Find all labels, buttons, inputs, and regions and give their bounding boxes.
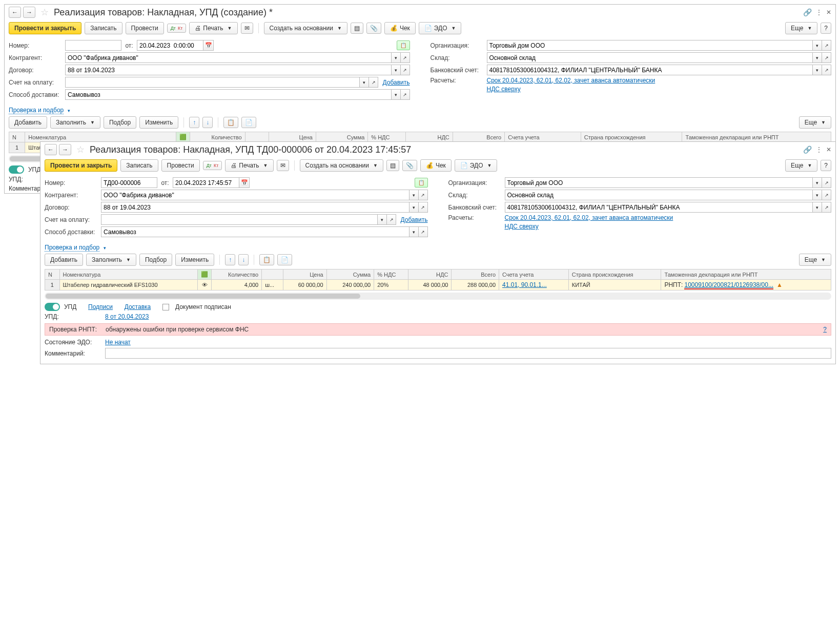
files-button[interactable]: ▤ bbox=[351, 23, 363, 34]
create-based-button[interactable]: Создать на основании▼ bbox=[300, 159, 383, 172]
counterparty-input[interactable] bbox=[101, 190, 409, 200]
table-row[interactable]: 1 Штабелер гидравлический EFS1030 👁 4,00… bbox=[45, 280, 831, 290]
select-button[interactable]: Подбор bbox=[139, 254, 172, 266]
comment-input[interactable] bbox=[105, 348, 831, 359]
warehouse-input[interactable] bbox=[505, 190, 813, 200]
move-up-button[interactable]: ↑ bbox=[189, 117, 199, 128]
dropdown-icon[interactable]: ▾ bbox=[360, 77, 369, 88]
change-button[interactable]: Изменить bbox=[139, 116, 178, 129]
post-close-button[interactable]: Провести и закрыть bbox=[45, 159, 117, 172]
number-input[interactable] bbox=[101, 177, 157, 188]
dropdown-icon[interactable]: ▾ bbox=[813, 65, 822, 75]
forward-button[interactable]: → bbox=[59, 144, 71, 155]
help-button[interactable]: ? bbox=[821, 160, 831, 171]
vat-link[interactable]: НДС сверху bbox=[487, 86, 521, 93]
settlements-link[interactable]: Срок 20.04.2023, 62.01, 62.02, зачет ава… bbox=[505, 214, 673, 221]
open-icon[interactable]: ↗ bbox=[822, 52, 831, 63]
edo-button[interactable]: 📄 ЭДО▼ bbox=[419, 22, 462, 34]
more-button[interactable]: Еще▼ bbox=[785, 22, 817, 34]
copy-button[interactable]: 📋 bbox=[259, 254, 274, 265]
edo-button[interactable]: 📄 ЭДО▼ bbox=[455, 159, 498, 172]
open-icon[interactable]: ↗ bbox=[401, 89, 410, 100]
check-selection-link[interactable]: Проверка и подбор bbox=[9, 107, 64, 114]
dropdown-icon[interactable]: ▾ bbox=[813, 40, 822, 51]
create-based-button[interactable]: Создать на основании▼ bbox=[264, 22, 347, 34]
org-input[interactable] bbox=[505, 177, 813, 188]
warehouse-input[interactable] bbox=[487, 52, 813, 63]
link-icon[interactable]: 🔗 bbox=[803, 8, 812, 16]
calendar-icon[interactable]: 📅 bbox=[239, 177, 250, 188]
paste-button[interactable]: 📄 bbox=[277, 254, 292, 265]
vat-link[interactable]: НДС сверху bbox=[505, 223, 539, 230]
help-button[interactable]: ? bbox=[821, 23, 831, 34]
files-button[interactable]: ▤ bbox=[386, 160, 399, 171]
open-icon[interactable]: ↗ bbox=[369, 77, 378, 88]
check-selection-link[interactable]: Проверка и подбор bbox=[45, 244, 99, 252]
delivery-link[interactable]: Доставка bbox=[125, 303, 151, 310]
open-icon[interactable]: ↗ bbox=[822, 40, 831, 51]
move-down-button[interactable]: ↓ bbox=[202, 117, 213, 128]
upd-toggle[interactable] bbox=[9, 165, 24, 174]
print-button[interactable]: 🖨 Печать▼ bbox=[189, 22, 237, 34]
add-button[interactable]: Добавить bbox=[45, 254, 83, 266]
dtkt-button[interactable]: ДтКт bbox=[203, 161, 222, 170]
close-icon[interactable]: ✕ bbox=[826, 9, 831, 16]
counterparty-input[interactable] bbox=[65, 52, 392, 63]
add-link[interactable]: Добавить bbox=[400, 216, 427, 223]
check-button[interactable]: 💰 Чек bbox=[420, 159, 452, 172]
dropdown-icon[interactable]: ▾ bbox=[813, 52, 822, 63]
post-button[interactable]: Провести bbox=[126, 22, 164, 34]
more-button[interactable]: Еще▼ bbox=[785, 159, 817, 172]
kebab-icon[interactable]: ⋮ bbox=[816, 146, 822, 153]
dropdown-icon[interactable]: ▾ bbox=[392, 65, 401, 75]
date-input[interactable] bbox=[137, 40, 203, 51]
upd-doc-link[interactable]: 8 от 20.04.2023 bbox=[105, 313, 149, 320]
hscrollbar[interactable] bbox=[45, 293, 831, 300]
move-down-button[interactable]: ↓ bbox=[238, 254, 249, 265]
open-icon[interactable]: ↗ bbox=[401, 65, 410, 75]
select-button[interactable]: Подбор bbox=[104, 116, 136, 129]
favorite-icon[interactable]: ☆ bbox=[76, 144, 85, 155]
email-button[interactable]: ✉ bbox=[277, 160, 289, 171]
paste-button[interactable]: 📄 bbox=[241, 117, 256, 128]
post-button[interactable]: Провести bbox=[161, 159, 200, 172]
move-up-button[interactable]: ↑ bbox=[225, 254, 235, 265]
save-button[interactable]: Записать bbox=[85, 22, 122, 34]
back-button[interactable]: ← bbox=[45, 144, 57, 155]
number-input[interactable] bbox=[65, 40, 121, 51]
settlements-link[interactable]: Срок 20.04.2023, 62.01, 62.02, зачет ава… bbox=[487, 77, 655, 84]
copy-button[interactable]: 📋 bbox=[223, 117, 238, 128]
bank-input[interactable] bbox=[505, 202, 813, 213]
org-input[interactable] bbox=[487, 40, 813, 51]
rnpt-value-link[interactable]: 10009100/200821/0126938/00... bbox=[684, 281, 773, 289]
favorite-icon[interactable]: ☆ bbox=[40, 7, 49, 18]
dropdown-icon[interactable]: ▾ bbox=[392, 52, 401, 63]
link-icon[interactable]: 🔗 bbox=[803, 146, 812, 154]
delivery-input[interactable] bbox=[65, 89, 392, 100]
date-input[interactable] bbox=[173, 177, 239, 188]
invoice-input[interactable] bbox=[65, 77, 360, 88]
dropdown-icon[interactable]: ▾ bbox=[392, 89, 401, 100]
upd-toggle[interactable] bbox=[45, 303, 60, 311]
back-button[interactable]: ← bbox=[9, 7, 21, 18]
post-close-button[interactable]: Провести и закрыть bbox=[9, 22, 81, 34]
print-button[interactable]: 🖨 Печать▼ bbox=[225, 159, 273, 172]
change-button[interactable]: Изменить bbox=[175, 254, 214, 266]
fill-button[interactable]: Заполнить▼ bbox=[50, 116, 100, 129]
attach-button[interactable]: 📎 bbox=[402, 160, 417, 171]
table-more-button[interactable]: Еще▼ bbox=[799, 254, 831, 266]
contract-input[interactable] bbox=[65, 65, 392, 75]
kebab-icon[interactable]: ⋮ bbox=[816, 9, 822, 16]
signed-checkbox[interactable] bbox=[162, 304, 169, 310]
email-button[interactable]: ✉ bbox=[241, 23, 253, 34]
forward-button[interactable]: → bbox=[23, 7, 35, 18]
signatures-link[interactable]: Подписи bbox=[88, 303, 113, 310]
add-button[interactable]: Добавить bbox=[9, 116, 47, 129]
add-link[interactable]: Добавить bbox=[382, 79, 409, 86]
open-icon[interactable]: ↗ bbox=[401, 52, 410, 63]
table-more-button[interactable]: Еще▼ bbox=[799, 116, 831, 129]
error-details-icon[interactable]: ? bbox=[823, 326, 827, 333]
close-icon[interactable]: ✕ bbox=[826, 146, 831, 153]
contract-input[interactable] bbox=[101, 202, 409, 213]
calendar-icon[interactable]: 📅 bbox=[203, 40, 214, 51]
